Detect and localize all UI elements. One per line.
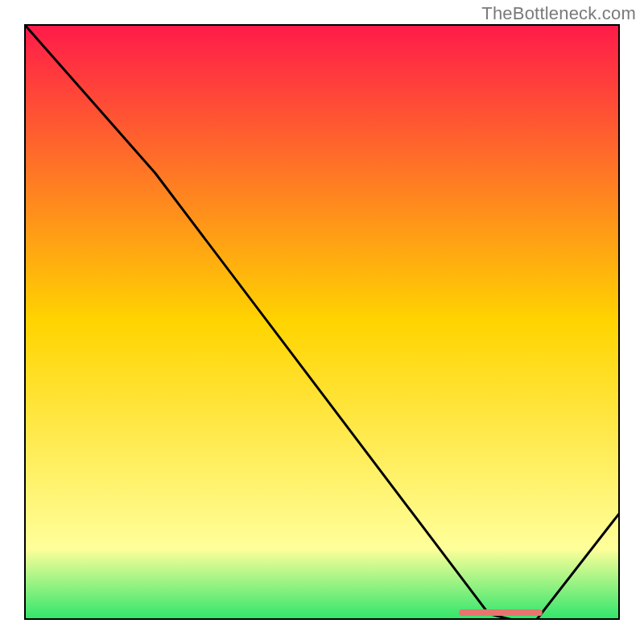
optimal-range-marker (459, 609, 543, 616)
bottleneck-curve-line (24, 24, 620, 620)
plot-area (24, 24, 620, 620)
attribution-text: TheBottleneck.com (481, 3, 636, 24)
chart-overlay (24, 24, 620, 620)
